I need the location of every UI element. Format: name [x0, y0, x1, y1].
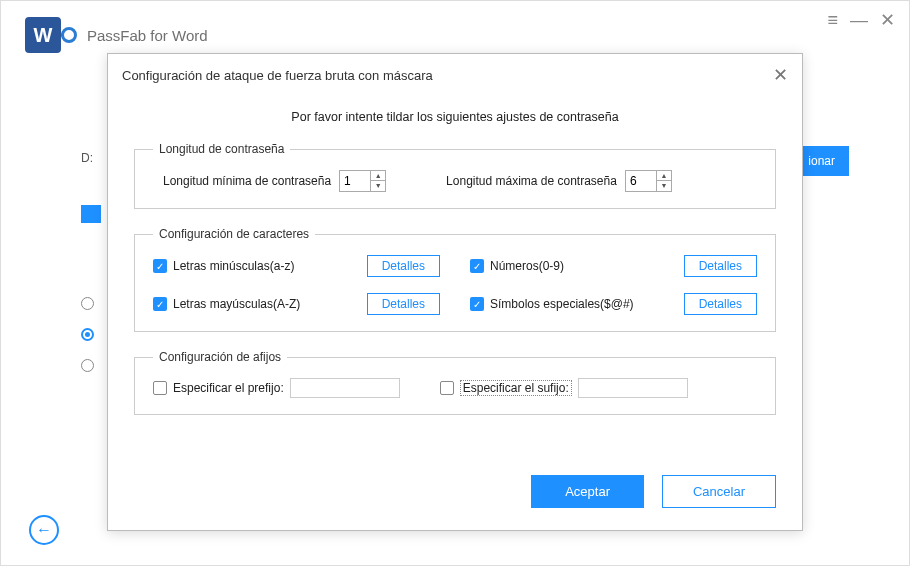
max-length-label: Longitud máxima de contraseña — [446, 174, 617, 188]
dialog-instruction: Por favor intente tildar los siguientes … — [134, 110, 776, 124]
suffix-checkbox[interactable] — [440, 381, 454, 395]
radio-option-3[interactable] — [81, 359, 94, 372]
numbers-label: Números(0-9) — [490, 259, 564, 273]
symbols-checkbox[interactable]: ✓ — [470, 297, 484, 311]
app-logo-letter: W — [34, 24, 53, 47]
suffix-label: Especificar el sufijo: — [460, 380, 572, 396]
numbers-checkbox[interactable]: ✓ — [470, 259, 484, 273]
lowercase-checkbox[interactable]: ✓ — [153, 259, 167, 273]
minimize-icon[interactable]: — — [850, 10, 868, 31]
max-length-spinner[interactable]: ▲ ▼ — [625, 170, 672, 192]
min-length-up-icon[interactable]: ▲ — [371, 171, 385, 181]
app-logo-icon: W — [25, 17, 61, 53]
min-length-label: Longitud mínima de contraseña — [163, 174, 331, 188]
back-button[interactable]: ← — [29, 515, 59, 545]
max-length-up-icon[interactable]: ▲ — [657, 171, 671, 181]
prefix-checkbox[interactable] — [153, 381, 167, 395]
char-item-uppercase: ✓ Letras mayúsculas(A-Z) Detalles — [153, 293, 440, 315]
attack-type-radios — [81, 297, 94, 372]
char-item-numbers: ✓ Números(0-9) Detalles — [470, 255, 757, 277]
character-config-group: Configuración de caracteres ✓ Letras min… — [134, 227, 776, 332]
accept-button[interactable]: Aceptar — [531, 475, 644, 508]
max-length-down-icon[interactable]: ▼ — [657, 181, 671, 191]
suffix-input[interactable] — [578, 378, 688, 398]
app-title: PassFab for Word — [87, 27, 208, 44]
menu-icon[interactable]: ≡ — [827, 10, 838, 31]
chars-legend: Configuración de caracteres — [153, 227, 315, 241]
key-icon — [61, 34, 68, 37]
char-item-lowercase: ✓ Letras minúsculas(a-z) Detalles — [153, 255, 440, 277]
symbols-label: Símbolos especiales($@#) — [490, 297, 634, 311]
dialog-title: Configuración de ataque de fuerza bruta … — [122, 68, 433, 83]
min-length-down-icon[interactable]: ▼ — [371, 181, 385, 191]
symbols-details-button[interactable]: Detalles — [684, 293, 757, 315]
lowercase-details-button[interactable]: Detalles — [367, 255, 440, 277]
dialog-close-icon[interactable]: ✕ — [773, 64, 788, 86]
char-item-symbols: ✓ Símbolos especiales($@#) Detalles — [470, 293, 757, 315]
length-legend: Longitud de contraseña — [153, 142, 290, 156]
cancel-button[interactable]: Cancelar — [662, 475, 776, 508]
min-length-spinner[interactable]: ▲ ▼ — [339, 170, 386, 192]
window-close-icon[interactable]: ✕ — [880, 9, 895, 31]
uppercase-details-button[interactable]: Detalles — [367, 293, 440, 315]
radio-option-2[interactable] — [81, 328, 94, 341]
app-header: W PassFab for Word — [25, 17, 208, 53]
prefix-input[interactable] — [290, 378, 400, 398]
max-length-input[interactable] — [626, 171, 656, 191]
affix-config-group: Configuración de afijos Especificar el p… — [134, 350, 776, 415]
radio-option-1[interactable] — [81, 297, 94, 310]
min-length-input[interactable] — [340, 171, 370, 191]
affix-legend: Configuración de afijos — [153, 350, 287, 364]
mask-settings-dialog: Configuración de ataque de fuerza bruta … — [107, 53, 803, 531]
tab-strip — [81, 205, 101, 223]
uppercase-label: Letras mayúsculas(A-Z) — [173, 297, 300, 311]
numbers-details-button[interactable]: Detalles — [684, 255, 757, 277]
uppercase-checkbox[interactable]: ✓ — [153, 297, 167, 311]
prefix-label: Especificar el prefijo: — [173, 381, 284, 395]
path-prefix-label: D: — [81, 151, 93, 165]
arrow-left-icon: ← — [36, 521, 52, 539]
lowercase-label: Letras minúsculas(a-z) — [173, 259, 294, 273]
password-length-group: Longitud de contraseña Longitud mínima d… — [134, 142, 776, 209]
